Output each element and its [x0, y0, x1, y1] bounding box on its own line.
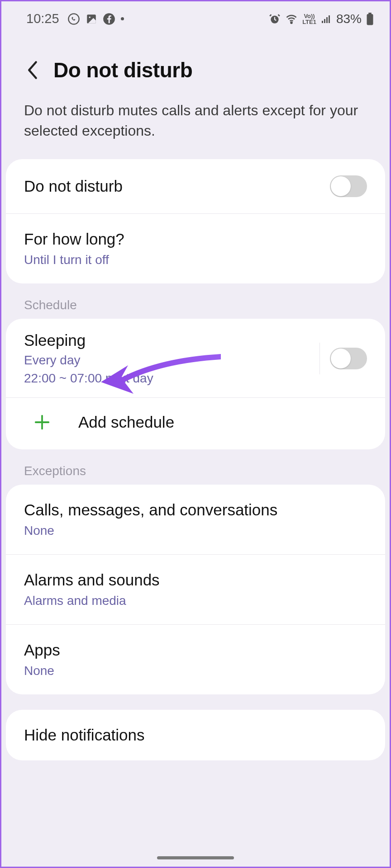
hide-notifications-row[interactable]: Hide notifications: [6, 710, 385, 760]
svg-point-5: [291, 22, 292, 23]
wifi-icon: [285, 13, 298, 25]
calls-row[interactable]: Calls, messages, and conversations None: [6, 485, 385, 554]
alarms-value: Alarms and media: [24, 594, 367, 608]
more-dot-icon: [121, 17, 124, 20]
add-schedule-row[interactable]: Add schedule: [6, 397, 385, 449]
add-schedule-label: Add schedule: [78, 413, 174, 431]
exceptions-section-label: Exceptions: [1, 449, 390, 485]
alarms-label: Alarms and sounds: [24, 571, 367, 589]
apps-value: None: [24, 664, 367, 678]
svg-rect-10: [368, 13, 372, 14]
apps-row[interactable]: Apps None: [6, 624, 385, 694]
status-left: 10:25: [26, 11, 124, 26]
svg-point-2: [89, 16, 90, 18]
svg-rect-9: [329, 15, 330, 23]
schedule-section-label: Schedule: [1, 283, 390, 319]
duration-value: Until I turn it off: [24, 253, 367, 267]
status-time: 10:25: [26, 11, 59, 26]
toggle-knob: [331, 176, 351, 196]
svg-rect-11: [367, 14, 373, 24]
page-title: Do not disturb: [53, 58, 192, 82]
svg-rect-8: [326, 17, 328, 23]
calls-value: None: [24, 524, 367, 538]
sleeping-row[interactable]: Sleeping Every day 22:00 ~ 07:00 next da…: [6, 319, 385, 397]
apps-label: Apps: [24, 641, 367, 659]
svg-rect-6: [322, 21, 323, 23]
dnd-card: Do not disturb For how long? Until I tur…: [6, 159, 385, 283]
battery-icon: [366, 13, 374, 25]
nav-handle[interactable]: [157, 856, 234, 859]
status-right: Vo))LTE1 83%: [269, 12, 374, 26]
plus-icon: [33, 413, 51, 431]
dnd-toggle[interactable]: [330, 175, 367, 197]
hide-card: Hide notifications: [6, 710, 385, 760]
sleeping-sub1: Every day: [24, 353, 319, 368]
svg-rect-7: [324, 19, 325, 23]
alarms-row[interactable]: Alarms and sounds Alarms and media: [6, 554, 385, 624]
dnd-toggle-label: Do not disturb: [24, 177, 330, 195]
duration-row[interactable]: For how long? Until I turn it off: [6, 213, 385, 283]
page-header: Do not disturb: [1, 31, 390, 90]
duration-label: For how long?: [24, 230, 367, 248]
calls-label: Calls, messages, and conversations: [24, 501, 367, 519]
toggle-divider: [319, 343, 320, 374]
svg-point-0: [68, 14, 79, 24]
hide-label: Hide notifications: [24, 726, 367, 744]
battery-percent: 83%: [336, 12, 362, 26]
volte-icon: Vo))LTE1: [302, 13, 316, 25]
exceptions-card: Calls, messages, and conversations None …: [6, 485, 385, 694]
page-subtitle: Do not disturb mutes calls and alerts ex…: [1, 90, 390, 159]
back-button[interactable]: [24, 61, 42, 79]
image-icon: [86, 13, 97, 25]
toggle-knob: [331, 349, 351, 368]
sleeping-label: Sleeping: [24, 331, 319, 349]
whatsapp-icon: [67, 13, 80, 25]
dnd-toggle-row[interactable]: Do not disturb: [6, 159, 385, 213]
schedule-card: Sleeping Every day 22:00 ~ 07:00 next da…: [6, 319, 385, 449]
signal-icon: [321, 14, 332, 24]
alarm-icon: [269, 13, 281, 25]
facebook-icon: [103, 13, 115, 25]
sleeping-toggle[interactable]: [330, 348, 367, 369]
status-bar: 10:25 Vo))LTE1 83%: [1, 1, 390, 31]
sleeping-sub2: 22:00 ~ 07:00 next day: [24, 371, 319, 386]
